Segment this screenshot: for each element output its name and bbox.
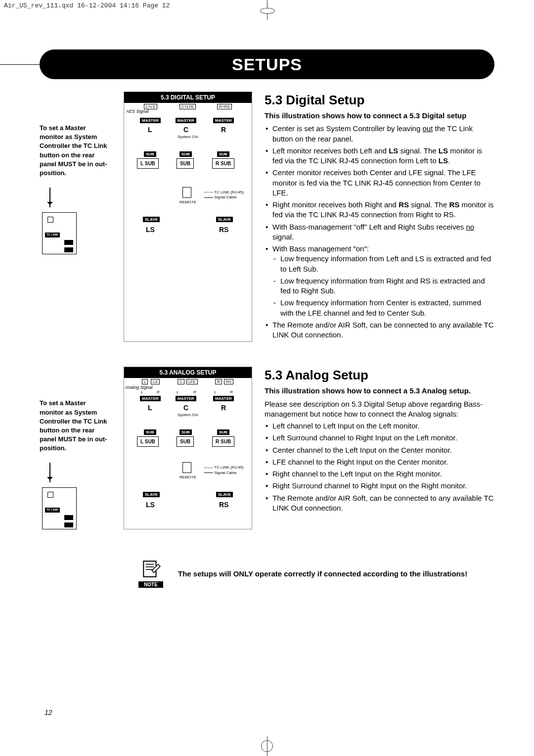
legend-signal: Signal Cable (214, 195, 236, 199)
slave-rs: SLAVE (216, 217, 233, 222)
rear-ls: LS (146, 226, 155, 234)
arrow-down-icon-2 (49, 463, 50, 482)
sub-box: SUB (177, 158, 194, 169)
digital-sub-2: Low frequency information from Right and… (272, 276, 494, 296)
in-rs: RS (224, 379, 233, 384)
in-lfe: LFE (186, 379, 198, 384)
input-lls: L+LS (144, 104, 157, 109)
master-note-text: To set a Master monitor as System Contro… (40, 124, 111, 178)
legend-block: TC LINK (RJ-45) Signal Cable (204, 190, 244, 200)
aspeaker-c: C (183, 404, 188, 412)
legend-tclink: TC LINK (RJ-45) (214, 190, 244, 194)
note-label: NOTE (138, 581, 163, 588)
asystem-ctrl-label: System Ctrl. (178, 413, 199, 417)
digital-text: 5.3 Digital Setup This illustration show… (265, 92, 494, 342)
aes-signal-label: AES Signal (126, 109, 149, 114)
analog-heading: 5.3 Analog Setup (265, 367, 494, 384)
aslave-ls: SLAVE (143, 492, 160, 497)
lr-1r: R (157, 390, 160, 394)
lr-3r: R (230, 390, 233, 394)
rear-panel-icon-2: TC LINK (42, 487, 77, 529)
in-c: C (178, 379, 184, 384)
analog-intro: Please see description on 5.3 Digital Se… (265, 399, 494, 420)
alegend-signal: Signal Cable (214, 471, 236, 475)
in-ls: LS (151, 379, 160, 384)
asub-box: SUB (177, 436, 194, 447)
digital-sub-3: Low frequency information from Center is… (272, 298, 494, 318)
page-number: 12 (44, 709, 52, 716)
master-note-analog: To set a Master monitor as System Contro… (40, 367, 111, 529)
arear-ls: LS (146, 501, 155, 509)
digital-bullet-7: The Remote and/or AIR Soft, can be conne… (265, 320, 494, 340)
master-r: MASTER (213, 118, 234, 123)
digital-bullet-5: With Bass-management "off" Left and Righ… (265, 222, 494, 242)
analog-bullet-1: Left channel to Left Input on the Left m… (265, 421, 494, 431)
input-rrs: R+RS (217, 104, 232, 109)
amaster-l: MASTER (140, 396, 161, 401)
digital-bullet-4: Right monitor receives both Right and RS… (265, 200, 494, 220)
arear-rs: RS (219, 501, 228, 509)
lsub-box: L SUB (137, 158, 159, 169)
note-row: NOTE The setups will ONLY operate correc… (138, 559, 494, 588)
rear-panel-icon: TC LINK (42, 212, 77, 254)
asub-chip-l: SUB (144, 429, 156, 435)
note-icon: NOTE (138, 559, 163, 588)
note-text: The setups will ONLY operate correctly i… (178, 568, 467, 579)
asub-chip-c: SUB (179, 429, 192, 435)
analog-signal-label: Analog Signal (125, 385, 153, 390)
aspeaker-l: L (148, 404, 152, 412)
master-note-digital: To set a Master monitor as System Contro… (40, 92, 111, 342)
lr-3l: L (214, 390, 216, 394)
sub-chip-r: SUB (217, 151, 229, 157)
aremote-label: REMOTE (179, 475, 196, 479)
remote-label: REMOTE (179, 200, 196, 204)
remote-icon (182, 187, 191, 198)
analog-bullet-6: Right Surround channel to Right Input on… (265, 481, 494, 491)
digital-bullet-6: With Bass management "on": Low frequency… (265, 244, 494, 318)
arsub-box: R SUB (212, 436, 234, 447)
speaker-r: R (221, 126, 226, 134)
alsub-box: L SUB (137, 436, 159, 447)
analog-bullet-3: Center channel to the Left Input on the … (265, 445, 494, 455)
analog-diagram-title: 5.3 ANALOG SETUP (124, 367, 252, 378)
digital-bullet-3: Center monitor receives both Center and … (265, 168, 494, 198)
analog-bullet-7: The Remote and/or AIR Soft, can be conne… (265, 493, 494, 514)
lr-1l: L (141, 390, 143, 394)
input-clfe: C+LFE (179, 104, 196, 109)
aremote-icon (182, 462, 191, 473)
digital-sub-1: Low frequency information from Left and … (272, 254, 494, 274)
rear-rs: RS (219, 226, 228, 234)
digital-bullet-2: Left monitor receives both Left and LS s… (265, 146, 494, 166)
speaker-c: C (183, 126, 188, 134)
alegend-tclink: TC LINK (RJ-45) (214, 465, 244, 470)
master-note-text-2: To set a Master monitor as System Contro… (40, 399, 111, 453)
page-content: SETUPS To set a Master monitor as System… (40, 49, 494, 588)
section-banner: SETUPS (40, 49, 494, 79)
master-c: MASTER (176, 118, 196, 123)
digital-heading: 5.3 Digital Setup (265, 92, 494, 109)
digital-diagram-title: 5.3 DIGITAL SETUP (124, 92, 252, 103)
lr-2l: L (177, 390, 178, 394)
analog-bullet-5: Right channel to the Left Input on the R… (265, 469, 494, 479)
sub-chip-l: SUB (144, 151, 156, 157)
digital-subheading: This illustration shows how to connect a… (265, 111, 494, 121)
crop-mark-bottom (257, 736, 277, 756)
system-ctrl-label: System Ctrl. (178, 135, 199, 139)
arrow-down-icon (49, 188, 50, 207)
digital-diagram: 5.3 DIGITAL SETUP AES Signal L+LS C+LFE … (124, 92, 252, 342)
rsub-box: R SUB (212, 158, 234, 169)
slave-ls: SLAVE (143, 217, 160, 222)
analog-diagram: 5.3 ANALOG SETUP Analog Signal L LS C LF… (124, 367, 252, 529)
digital-bullet-1: Center is set as System Controller by le… (265, 124, 494, 144)
analog-bullet-2: Left Surround channel to Right Input on … (265, 433, 494, 443)
amaster-c: MASTER (176, 396, 196, 401)
asub-chip-r: SUB (217, 429, 229, 435)
alegend-block: TC LINK (RJ-45) Signal Cable (204, 465, 244, 475)
aspeaker-r: R (221, 404, 226, 412)
digital-section: To set a Master monitor as System Contro… (40, 92, 494, 342)
crop-mark-top (257, 0, 277, 20)
analog-text: 5.3 Analog Setup This illustration shows… (265, 367, 494, 529)
in-r: R (215, 379, 222, 384)
analog-section: To set a Master monitor as System Contro… (40, 367, 494, 529)
master-l: MASTER (140, 118, 161, 123)
